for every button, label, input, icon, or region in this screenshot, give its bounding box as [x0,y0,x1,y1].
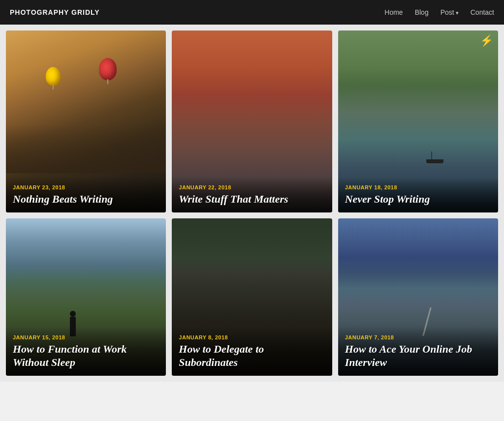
card-overlay-3: JANUARY 18, 2018 Never Stop Writing [338,177,498,212]
card-6[interactable]: JANUARY 7, 2018 How to Ace Your Online J… [338,218,498,376]
card-4[interactable]: JANUARY 15, 2018 How to Function at Work… [6,218,166,376]
nav-home[interactable]: Home [384,8,403,16]
card-title-1: Nothing Beats Writing [13,193,159,206]
nav-blog[interactable]: Blog [415,8,429,16]
card-date-3: JANUARY 18, 2018 [345,184,491,190]
balloon-icon [46,67,61,86]
card-overlay-5: JANUARY 8, 2018 How to Delegate to Subor… [172,327,332,376]
navbar: PHOTOGRAPHY GRIDLY Home Blog Post Contac… [0,0,504,25]
card-overlay-2: JANUARY 22, 2018 Write Stuff That Matter… [172,177,332,212]
card-date-1: JANUARY 23, 2018 [13,184,159,190]
card-3[interactable]: ⚡ JANUARY 18, 2018 Never Stop Writing [338,30,498,212]
card-overlay-1: JANUARY 23, 2018 Nothing Beats Writing [6,177,166,212]
card-date-5: JANUARY 8, 2018 [179,334,325,340]
card-overlay-6: JANUARY 7, 2018 How to Ace Your Online J… [338,327,498,376]
card-title-6: How to Ace Your Online Job Interview [345,343,491,369]
card-date-4: JANUARY 15, 2018 [13,334,159,340]
card-overlay-4: JANUARY 15, 2018 How to Function at Work… [6,327,166,376]
card-5[interactable]: JANUARY 8, 2018 How to Delegate to Subor… [172,218,332,376]
mountain-decor [6,124,166,173]
card-1[interactable]: JANUARY 23, 2018 Nothing Beats Writing [6,30,166,212]
card-title-2: Write Stuff That Matters [179,193,325,206]
boat-icon [426,159,443,163]
card-date-6: JANUARY 7, 2018 [345,334,491,340]
lightning-icon: ⚡ [480,34,493,47]
balloon-icon-2 [99,58,117,80]
card-title-3: Never Stop Writing [345,193,491,206]
card-title-5: How to Delegate to Subordinates [179,343,325,369]
card-2[interactable]: JANUARY 22, 2018 Write Stuff That Matter… [172,30,332,212]
nav-links: Home Blog Post Contact [384,8,494,17]
nav-contact[interactable]: Contact [471,8,494,16]
nav-post[interactable]: Post [441,8,459,16]
card-title-4: How to Function at Work Without Sleep [13,343,159,369]
card-date-2: JANUARY 22, 2018 [179,184,325,190]
blog-grid: JANUARY 23, 2018 Nothing Beats Writing J… [0,25,504,382]
site-brand: PHOTOGRAPHY GRIDLY [10,8,100,16]
